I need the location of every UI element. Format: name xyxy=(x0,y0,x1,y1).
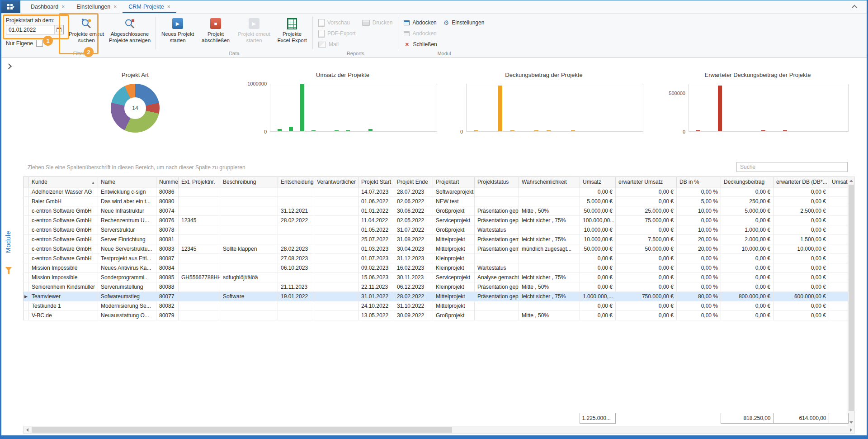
grid-cell[interactable]: 0,00 € xyxy=(774,273,829,282)
grid-cell[interactable] xyxy=(829,225,849,235)
grid-cell[interactable]: 0,00 € xyxy=(774,254,829,263)
grid-cell[interactable]: Serverumstellung xyxy=(98,282,156,292)
table-row[interactable]: c-entron Software GmbHRechenzentrum U...… xyxy=(24,216,849,225)
grid-cell[interactable] xyxy=(829,254,849,263)
grid-cell[interactable]: 5.000,00 € xyxy=(721,206,774,216)
scroll-down-button[interactable] xyxy=(848,419,854,426)
grid-cell[interactable]: 21.11.2023 xyxy=(278,282,314,292)
grid-cell[interactable]: 75.000,00 € xyxy=(616,216,677,225)
grid-cell[interactable]: 750.000,00 € xyxy=(616,292,677,301)
grid-cell[interactable]: 100.000,00... xyxy=(580,216,616,225)
column-header[interactable]: DB in % xyxy=(677,177,721,187)
grid-cell[interactable]: 5.000,00 € xyxy=(580,197,616,206)
projektstart-date-input[interactable] xyxy=(6,27,54,33)
grid-cell[interactable]: 31.12.2023 xyxy=(394,254,433,263)
grid-cell[interactable]: 50.000,00 € xyxy=(580,206,616,216)
column-header[interactable]: Entscheidung xyxy=(278,177,314,187)
grid-cell[interactable]: Kleinprojekt xyxy=(433,263,475,273)
grid-cell[interactable] xyxy=(475,187,519,197)
grid-cell[interactable]: c-entron Software GmbH xyxy=(29,235,98,244)
column-header[interactable]: Projekt Start xyxy=(359,177,394,187)
grid-cell[interactable]: 80,00 % xyxy=(677,292,721,301)
grid-cell[interactable]: leicht sicher , 75% xyxy=(519,273,580,282)
grid-cell[interactable]: 1.500,00 € xyxy=(774,235,829,244)
grid-cell[interactable]: 0,00 € xyxy=(616,197,677,206)
grid-cell[interactable] xyxy=(314,273,359,282)
grid-cell[interactable]: Sofwareumstieg xyxy=(98,292,156,301)
grid-cell[interactable]: 80081 xyxy=(156,235,179,244)
grid-cell[interactable]: 0,00 € xyxy=(774,282,829,292)
grid-cell[interactable]: 0,00 € xyxy=(616,301,677,311)
grid-cell[interactable]: 0,00 € xyxy=(616,254,677,263)
column-header[interactable]: Projekt Ende xyxy=(394,177,433,187)
horizontal-scrollbar[interactable] xyxy=(23,426,855,434)
column-header[interactable]: Projektstatus xyxy=(475,177,519,187)
projektstart-date-field[interactable] xyxy=(6,25,64,34)
grid-cell[interactable]: Teamviewer xyxy=(29,292,98,301)
grid-cell[interactable]: 0,00 € xyxy=(721,254,774,263)
grid-cell[interactable]: Testkunde 1 xyxy=(29,301,98,311)
grid-cell[interactable] xyxy=(314,235,359,244)
grid-cell[interactable] xyxy=(829,206,849,216)
grid-cell[interactable]: 01.01.2022 xyxy=(359,206,394,216)
grid-cell[interactable] xyxy=(179,225,220,235)
column-header[interactable]: Projektart xyxy=(433,177,475,187)
grid-cell[interactable]: 0,00 € xyxy=(616,187,677,197)
grid-cell[interactable]: Adelholzener Wasser AG xyxy=(29,187,98,197)
grid-cell[interactable]: 31.01.2022 xyxy=(359,292,394,301)
grid-cell[interactable]: 31.10.2022 xyxy=(394,301,433,311)
grid-cell[interactable] xyxy=(829,197,849,206)
grid-cell[interactable]: 50.000,00 € xyxy=(580,244,616,254)
table-row[interactable]: c-entron Software GmbHNeue Serverstruktu… xyxy=(24,244,849,254)
grid-cell[interactable]: 2.500,00 € xyxy=(774,206,829,216)
grid-cell[interactable]: 30.11.2023 xyxy=(394,273,433,282)
grid-cell[interactable] xyxy=(829,216,849,225)
column-header[interactable]: Wahrscheinlichkeit xyxy=(519,177,580,187)
grid-cell[interactable]: 0,00 € xyxy=(580,263,616,273)
column-header[interactable]: Umsatz xyxy=(580,177,616,187)
grid-cell[interactable] xyxy=(829,263,849,273)
grid-cell[interactable]: 10,00 % xyxy=(677,206,721,216)
grid-cell[interactable] xyxy=(179,187,220,197)
neues-projekt-starten-button[interactable]: ▶ Neues Projekt starten xyxy=(159,15,197,45)
grid-cell[interactable] xyxy=(475,311,519,320)
grid-cell[interactable]: 0,00 % xyxy=(677,263,721,273)
column-header[interactable]: Deckungsbeitrag xyxy=(721,177,774,187)
grid-cell[interactable]: 7.500,00 € xyxy=(616,235,677,244)
grid-cell[interactable]: Neuausstattung O... xyxy=(98,311,156,320)
grid-cell[interactable]: Rechenzentrum U... xyxy=(98,216,156,225)
schliessen-button[interactable]: × Schließen xyxy=(401,39,440,50)
nur-eigene-checkbox[interactable] xyxy=(36,40,43,47)
grid-cell[interactable]: Präsentation gema... xyxy=(475,244,519,254)
tab-crm-projekte[interactable]: CRM-Projekte × xyxy=(123,0,176,13)
grid-cell[interactable] xyxy=(475,301,519,311)
grid-cell[interactable] xyxy=(829,235,849,244)
grid-cell[interactable]: 10,00 % xyxy=(677,225,721,235)
abdocken-button[interactable]: Abdocken xyxy=(401,17,440,28)
grid-cell[interactable]: 80084 xyxy=(156,263,179,273)
column-header[interactable]: erwarteter DB (DB*... xyxy=(774,177,829,187)
grid-cell[interactable]: 01.05.2022 xyxy=(359,225,394,235)
grid-cell[interactable]: 80074 xyxy=(156,206,179,216)
grid-cell[interactable] xyxy=(314,244,359,254)
grid-cell[interactable]: Neue Infrastruktur xyxy=(98,206,156,216)
tab-close-icon[interactable]: × xyxy=(113,4,117,10)
vertical-scrollbar[interactable] xyxy=(848,177,855,426)
grid-cell[interactable] xyxy=(829,292,849,301)
grid-cell[interactable] xyxy=(220,263,278,273)
search-input[interactable] xyxy=(736,162,848,172)
grid-cell[interactable]: 2.000,00 € xyxy=(721,235,774,244)
grid-cell[interactable]: 0,00 € xyxy=(774,225,829,235)
grid-cell[interactable] xyxy=(314,292,359,301)
grid-cell[interactable]: 80077 xyxy=(156,292,179,301)
grid-cell[interactable]: Analyse gemacht xyxy=(475,273,519,282)
grid-cell[interactable]: Präsentation geplant xyxy=(475,282,519,292)
grid-cell[interactable]: 13.05.2022 xyxy=(359,311,394,320)
grid-cell[interactable]: leicht sicher , 75% xyxy=(519,235,580,244)
grid-cell[interactable]: Kleinprojekt xyxy=(433,282,475,292)
tab-dashboard[interactable]: Dashboard × xyxy=(25,0,71,13)
grid-cell[interactable]: c-entron Software GmbH xyxy=(29,254,98,263)
grid-cell[interactable] xyxy=(179,282,220,292)
table-row[interactable]: Mission ImpossibleNeues Antivirus Ka...8… xyxy=(24,263,849,273)
table-row[interactable]: ▶TeamviewerSofwareumstieg80077Software19… xyxy=(24,292,849,301)
